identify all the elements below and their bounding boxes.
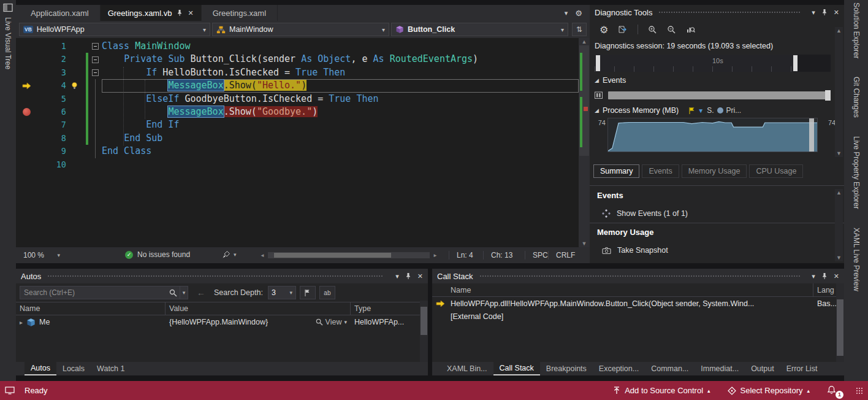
document-tab-greetings-xaml[interactable]: Greetings.xaml [202,5,278,21]
code-line-text[interactable]: Class MainWindow [102,40,579,53]
fold-collapse-box[interactable] [92,69,99,76]
document-health-indicator[interactable]: ✓ No issues found [125,250,190,259]
project-dropdown[interactable]: VB HelloWPFApp ▾ [19,23,210,36]
tab-watch-1[interactable]: Watch 1 [91,362,131,375]
tool-tab-xaml-live-preview[interactable]: XAML Live Preview [852,228,861,291]
breakpoint-margin[interactable] [16,66,37,79]
tab-xaml-bin[interactable]: XAML Bin... [441,362,493,375]
code-line-text[interactable]: End Class [102,145,579,158]
tab-comman[interactable]: Comman... [645,362,695,375]
screen-icon[interactable] [5,387,15,394]
close-icon[interactable]: ✕ [834,9,839,17]
code-line-text[interactable]: If HelloButton.IsChecked = True Then [102,66,579,79]
selection-handle-overlay[interactable] [809,118,814,152]
variable-row[interactable]: ▸Me{HelloWPFApp.MainWindow}View▾HelloWPF… [16,315,428,329]
breakpoint-margin[interactable] [16,53,37,66]
breakpoint-margin[interactable] [16,145,37,158]
outlining-margin[interactable] [88,79,102,92]
panel-drag-grip[interactable] [47,275,384,277]
show-events-link[interactable]: Show Events (1 of 1) [590,204,844,223]
scroll-right-icon[interactable]: ► [433,253,438,258]
flag-filter-button[interactable] [300,286,316,299]
scroll-down-icon[interactable]: ▼ [579,240,590,247]
summary-scrollbar[interactable]: ▲ ▼ [835,189,843,261]
breakpoint-margin[interactable] [16,106,37,118]
pin-icon[interactable] [176,9,183,17]
breakpoint-margin[interactable] [16,79,37,92]
tool-tab-live-visual-tree[interactable]: Live Visual Tree [4,17,12,69]
view-visualizer-dropdown[interactable]: View▾ [316,318,347,326]
tool-tab-git-changes[interactable]: Git Changes [852,77,861,118]
scrollbar-thumb[interactable] [837,299,843,356]
scroll-up-icon[interactable]: ▲ [835,189,843,196]
tab-immediat[interactable]: Immediat... [695,362,745,375]
diagnostics-tab-cpu-usage[interactable]: CPU Usage [749,164,803,178]
take-snapshot-link[interactable]: Take Snapshot [590,241,844,260]
tab-output[interactable]: Output [745,362,780,375]
tab-call-stack[interactable]: Call Stack [493,362,540,375]
column-header-name[interactable]: Name [16,302,166,315]
close-icon[interactable]: ✕ [188,9,193,17]
code-line-text[interactable]: MessageBox.Show("Hello.") [102,79,579,92]
memory-chart[interactable] [607,118,818,152]
pin-icon[interactable] [821,272,828,280]
diagnostics-scrollbar[interactable]: ▲ ▼ [835,27,843,157]
scroll-left-icon[interactable]: ◄ [260,253,265,258]
diagnostics-tab-memory-usage[interactable]: Memory Usage [682,164,747,178]
breakpoint-margin[interactable] [16,93,37,106]
tool-tab-solution-explorer[interactable]: Solution Explorer [852,2,861,58]
split-window-button[interactable]: ⇅ [572,23,587,36]
zoom-in-icon[interactable] [648,25,657,34]
code-line-text[interactable] [102,158,579,171]
select-repository-button[interactable]: Select Repository ▴ [721,381,816,400]
scrollbar-thumb[interactable] [274,253,390,258]
reset-zoom-icon[interactable] [686,25,695,34]
text-visualizer-button[interactable]: ab [319,286,335,299]
code-line-text[interactable]: Private Sub Button_Click(sender As Objec… [102,53,579,66]
tool-tab-live-property-explorer[interactable]: Live Property Explorer [852,136,861,209]
search-depth-dropdown[interactable]: 3 ▾ [268,286,296,299]
tab-options-gear-icon[interactable]: ⚙ [575,9,582,18]
breakpoint-icon[interactable] [23,108,31,116]
outlining-margin[interactable] [88,106,102,118]
outlining-margin[interactable] [88,145,102,158]
code-line-text[interactable]: MessageBox.Show("Goodbye.") [102,106,579,118]
code-line-text[interactable]: ElseIf GoodbyeButton.IsChecked = True Th… [102,93,579,106]
column-header-name[interactable]: Name [448,283,813,296]
search-back-icon[interactable]: ← [197,288,205,298]
tab-locals[interactable]: Locals [56,362,91,375]
pin-icon[interactable] [405,272,412,280]
outlining-margin[interactable] [88,53,102,66]
document-list-dropdown-icon[interactable]: ▾ [565,9,568,17]
expander-icon[interactable]: ▸ [20,319,23,326]
code-editor[interactable]: 1Class MainWindow2 Private Sub Button_Cl… [16,38,590,247]
code-line-text[interactable]: End If [102,118,579,131]
call-stack-scrollbar[interactable] [836,283,844,362]
settings-gear-icon[interactable]: ⚙ [600,24,608,36]
scrollbar-thumb[interactable] [421,307,427,335]
breakpoint-margin[interactable] [16,40,37,53]
stack-frame-row[interactable]: [External Code] [432,310,844,323]
outlining-margin[interactable] [88,40,102,53]
timeline-selection-end-handle[interactable] [793,55,798,71]
scroll-up-icon[interactable]: ▲ [835,27,843,34]
outlining-margin[interactable] [88,158,102,171]
pin-icon[interactable] [821,9,828,16]
diagnostics-tab-events[interactable]: Events [642,164,679,178]
zoom-out-icon[interactable] [667,25,676,34]
column-header-value[interactable]: Value [166,302,351,315]
outlining-margin[interactable] [88,118,102,131]
column-header-type[interactable]: Type [351,302,428,315]
document-tab-application-xaml[interactable]: Application.xaml [20,5,101,21]
tab-error-list[interactable]: Error List [780,362,824,375]
close-icon[interactable]: ✕ [417,272,423,280]
class-dropdown[interactable]: MainWindow ▾ [212,23,389,36]
fold-collapse-box[interactable] [92,56,99,63]
zoom-dropdown[interactable]: 100 % ▾ [20,250,64,261]
autos-scrollbar[interactable] [420,301,428,362]
tab-autos[interactable]: Autos [25,362,56,375]
tab-exception[interactable]: Exception... [593,362,645,375]
code-cleanup-button[interactable]: ▾ [222,250,237,259]
scroll-up-icon[interactable]: ▲ [579,38,590,45]
panel-menu-chevron-icon[interactable]: ▾ [395,272,399,280]
